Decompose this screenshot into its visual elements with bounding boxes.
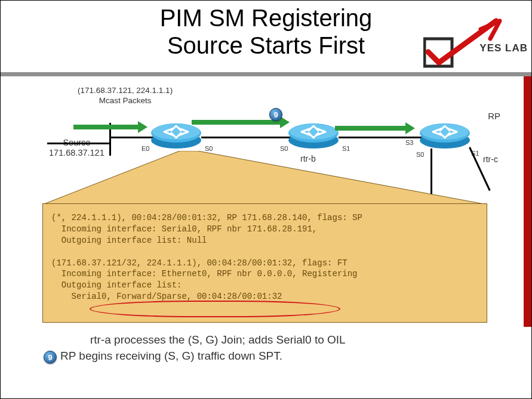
right-accent-bar bbox=[524, 76, 531, 327]
slide-root: PIM SM Registering Source Starts First Y… bbox=[0, 0, 532, 399]
arrow-b-to-c bbox=[335, 126, 407, 131]
wire-a-to-b bbox=[201, 137, 291, 138]
arrow-a-to-b bbox=[192, 120, 281, 125]
mcast-sg: (171.68.37.121, 224.1.1.1) bbox=[78, 86, 173, 95]
mcast-packets-label: (171.68.37.121, 224.1.1.1) Mcast Packets bbox=[78, 86, 173, 106]
caption-line-1: rtr-a processes the (S, G) Join; adds Se… bbox=[90, 333, 346, 347]
mroute-callout: (*, 224.1.1.1), 00:04:28/00:01:32, RP 17… bbox=[42, 203, 487, 323]
svg-marker-10 bbox=[42, 151, 487, 205]
title-line-1: PIM SM Registering bbox=[160, 5, 373, 31]
source-branch-wire bbox=[47, 143, 110, 144]
rtrc-if-s3: S3 bbox=[405, 139, 413, 146]
callout-wedge bbox=[42, 151, 487, 205]
rp-label: RP bbox=[488, 111, 500, 121]
router-c bbox=[419, 122, 471, 149]
step-number: 9 bbox=[273, 110, 278, 119]
title-underline bbox=[1, 72, 531, 76]
router-a bbox=[150, 122, 202, 149]
arrow-src-to-a bbox=[73, 125, 139, 129]
step-number-caption: 9 bbox=[48, 353, 52, 362]
title-line-2: Source Starts First bbox=[167, 32, 365, 58]
step-marker-9: 9 bbox=[269, 108, 282, 121]
router-b bbox=[287, 122, 340, 149]
logo-brand-text: YES LAB bbox=[479, 42, 528, 54]
mcast-desc: Mcast Packets bbox=[78, 96, 173, 106]
caption-line-2: RP begins receiving (S, G) traffic down … bbox=[60, 349, 282, 363]
wire-b-to-c bbox=[339, 137, 422, 138]
mroute-output: (*, 224.1.1.1), 00:04:28/00:01:32, RP 17… bbox=[43, 204, 487, 311]
step-marker-9-caption: 9 bbox=[44, 351, 57, 364]
